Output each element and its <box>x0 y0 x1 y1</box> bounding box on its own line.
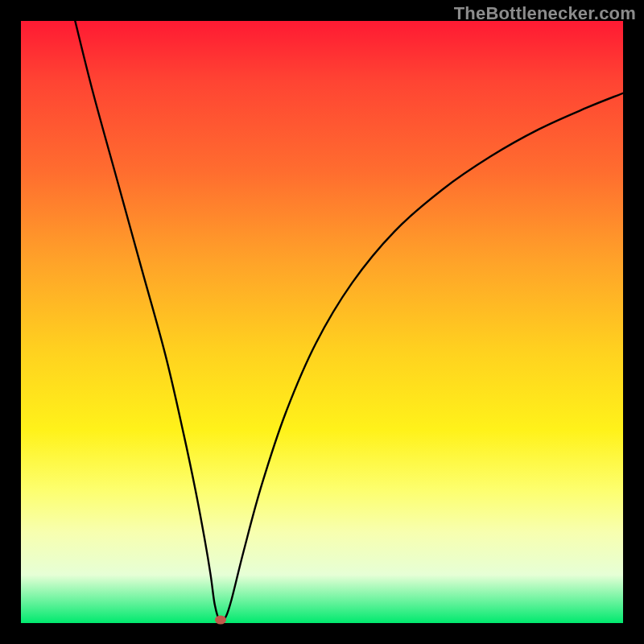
chart-frame: TheBottlenecker.com <box>0 0 644 644</box>
plot-area <box>21 21 623 623</box>
watermark-text: TheBottlenecker.com <box>454 3 636 24</box>
bottleneck-curve <box>21 21 623 623</box>
optimal-point-marker <box>215 615 226 624</box>
